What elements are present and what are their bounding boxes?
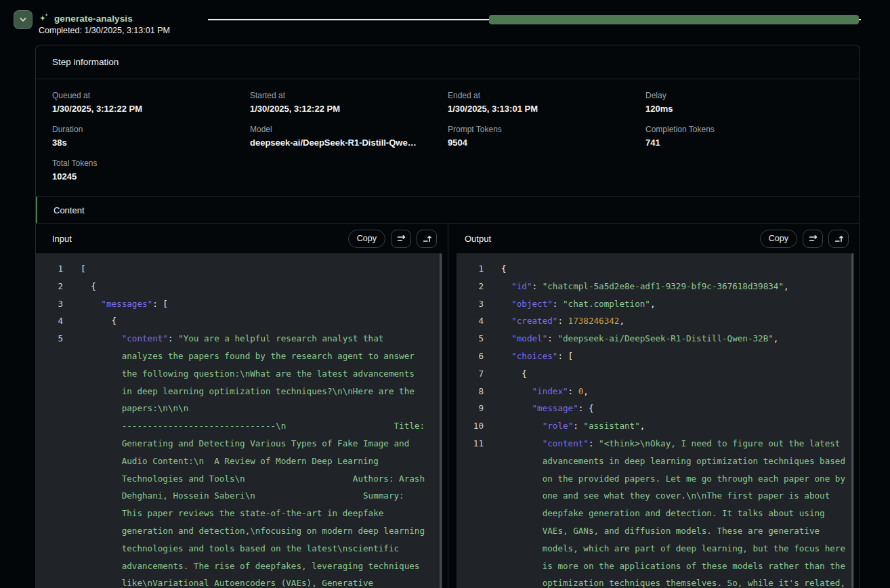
- chevron-down-icon: [18, 15, 28, 24]
- copy-button[interactable]: Copy: [760, 230, 797, 248]
- trace-step-view: generate-analysis Completed: 1/30/2025, …: [0, 0, 890, 588]
- line-number: 5: [459, 330, 484, 348]
- line-number: 9: [459, 400, 484, 417]
- code-line: 9"message": {: [459, 400, 854, 417]
- code-line-text: {: [81, 312, 427, 330]
- info-field-label: Total Tokens: [52, 159, 250, 168]
- info-field: Delay120ms: [645, 91, 843, 114]
- info-field: Ended at1/30/2025, 3:13:01 PM: [448, 91, 645, 114]
- info-field: Started at1/30/2025, 3:12:22 PM: [250, 91, 448, 114]
- line-number: 2: [39, 278, 63, 295]
- code-line-text: {: [501, 260, 848, 278]
- output-code-editor[interactable]: 1{2"id": "chatcmpl-5a5d2e8e-adf1-9329-bf…: [457, 253, 854, 588]
- info-field-value: deepseek-ai/DeepSeek-R1-Distill-Qwe…: [250, 138, 448, 148]
- info-field: Queued at1/30/2025, 3:12:22 PM: [52, 91, 250, 114]
- code-line: 2{: [39, 278, 442, 295]
- output-panel-title: Output: [465, 234, 491, 244]
- code-line: 1{: [459, 260, 854, 278]
- code-line-text: "messages": [: [81, 295, 427, 313]
- code-line-text: {: [501, 365, 848, 383]
- info-field: Duration38s: [52, 125, 250, 148]
- copy-button[interactable]: Copy: [348, 230, 385, 248]
- info-field-label: Queued at: [52, 91, 250, 100]
- info-field-value: 10245: [52, 171, 250, 182]
- input-scrollbar[interactable]: [440, 253, 442, 588]
- info-field-value: 1/30/2025, 3:13:01 PM: [448, 104, 645, 114]
- info-field-value: 741: [645, 138, 843, 148]
- code-line: 3"object": "chat.completion",: [459, 295, 854, 313]
- sparkles-icon: [38, 13, 49, 24]
- line-number: 1: [459, 260, 484, 278]
- step-detail-panel: Step information Queued at1/30/2025, 3:1…: [35, 45, 860, 588]
- code-line-text: "model": "deepseek-ai/DeepSeek-R1-Distil…: [501, 330, 848, 348]
- content-panels: Input Copy: [36, 224, 860, 588]
- input-panel-title: Input: [52, 234, 72, 244]
- info-field-value: 9504: [448, 138, 645, 148]
- step-information-title: Step information: [52, 57, 119, 67]
- line-number: 4: [459, 312, 484, 330]
- code-line-text: [: [81, 260, 427, 278]
- info-field-label: Model: [250, 125, 448, 134]
- info-field-value: 38s: [52, 138, 250, 148]
- output-panel-header: Output Copy: [448, 224, 860, 253]
- trace-span-bar[interactable]: [489, 15, 859, 24]
- line-number: 4: [39, 312, 63, 330]
- arrow-up-icon: [834, 234, 844, 244]
- code-line-text: "role": "assistant",: [501, 417, 848, 435]
- code-line: 2"id": "chatcmpl-5a5d2e8e-adf1-9329-bf9c…: [459, 278, 854, 295]
- wrap-lines-button[interactable]: [391, 230, 411, 248]
- code-line: 5"content": "You are a helpful research …: [39, 330, 442, 588]
- content-section-title: Content: [54, 205, 85, 215]
- code-line-text: "content": "You are a helpful research a…: [81, 330, 427, 588]
- info-field-label: Completion Tokens: [645, 125, 843, 134]
- step-title: generate-analysis: [54, 14, 133, 24]
- line-number: 6: [459, 348, 484, 365]
- line-number: 5: [39, 330, 63, 348]
- code-line: 4{: [39, 312, 442, 330]
- code-line: 6"choices": [: [459, 348, 854, 365]
- expand-top-button[interactable]: [828, 230, 849, 248]
- line-number: 8: [459, 383, 484, 400]
- input-code-editor[interactable]: 1[2{3"messages": [4{5"content": "You are…: [36, 253, 442, 588]
- code-line-text: "id": "chatcmpl-5a5d2e8e-adf1-9329-bf9c-…: [501, 278, 848, 295]
- step-information-header: Step information: [36, 45, 860, 79]
- line-number: 10: [459, 417, 484, 435]
- info-field-label: Ended at: [448, 91, 645, 100]
- info-field-label: Duration: [52, 125, 250, 134]
- line-number: 1: [39, 260, 63, 278]
- info-field-label: Delay: [645, 91, 843, 100]
- collapse-step-button[interactable]: [14, 10, 33, 29]
- info-field-value: 1/30/2025, 3:12:22 PM: [52, 104, 250, 114]
- info-field: Modeldeepseek-ai/DeepSeek-R1-Distill-Qwe…: [250, 125, 448, 148]
- code-line: 1[: [39, 260, 442, 278]
- code-line-text: "choices": [: [501, 348, 848, 365]
- code-line-text: "content": "<think>\nOkay, I need to fig…: [501, 435, 848, 588]
- input-panel: Input Copy: [36, 224, 448, 588]
- line-number: 11: [459, 435, 484, 453]
- line-number: 7: [459, 365, 484, 383]
- output-toolbar: Copy: [760, 230, 849, 248]
- arrow-up-icon: [422, 234, 432, 244]
- code-line-text: "created": 1738246342,: [501, 312, 848, 330]
- output-scrollbar[interactable]: [851, 253, 853, 588]
- code-line: 5"model": "deepseek-ai/DeepSeek-R1-Disti…: [459, 330, 854, 348]
- code-line: 7{: [459, 365, 854, 383]
- code-line-text: "message": {: [501, 400, 848, 417]
- code-line-text: "object": "chat.completion",: [501, 295, 848, 313]
- info-field-label: Started at: [250, 91, 448, 100]
- step-status: Completed: 1/30/2025, 3:13:01 PM: [39, 26, 170, 35]
- info-field: Total Tokens10245: [52, 159, 250, 182]
- code-line: 4"created": 1738246342,: [459, 312, 854, 330]
- content-section-header[interactable]: Content: [36, 196, 860, 224]
- wrap-lines-button[interactable]: [803, 230, 823, 248]
- expand-top-button[interactable]: [417, 230, 437, 248]
- wrap-lines-icon: [396, 234, 406, 244]
- info-field-label: Prompt Tokens: [448, 125, 645, 134]
- line-number: 2: [459, 278, 484, 295]
- step-header: generate-analysis Completed: 1/30/2025, …: [0, 0, 890, 45]
- code-line: 10"role": "assistant",: [459, 417, 854, 435]
- line-number: 3: [39, 295, 63, 313]
- code-line-text: "index": 0,: [501, 383, 848, 400]
- line-number: 3: [459, 295, 484, 313]
- step-information-grid: Queued at1/30/2025, 3:12:22 PMStarted at…: [36, 79, 860, 196]
